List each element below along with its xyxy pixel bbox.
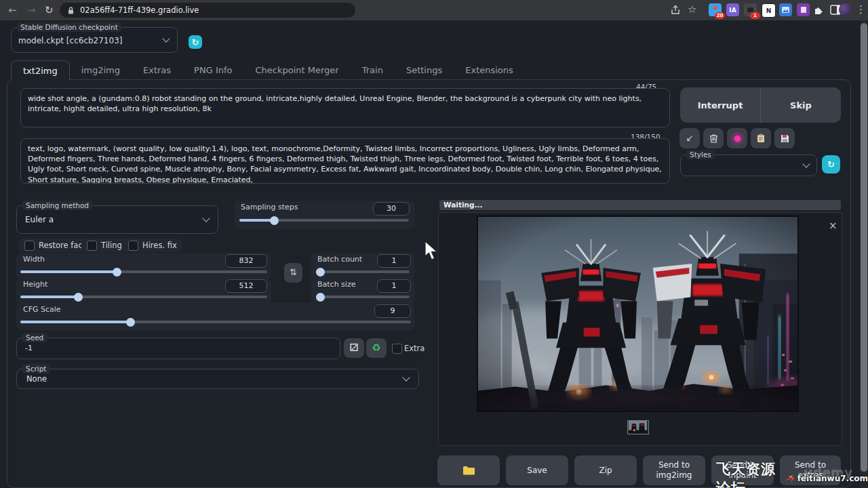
height-value[interactable]: 512 [225, 279, 267, 293]
seed-label: Seed [22, 333, 47, 342]
cfg-scale-slider[interactable] [20, 321, 411, 323]
tab-txt2img[interactable]: txt2img [11, 60, 70, 81]
batch-size-value[interactable]: 1 [377, 279, 411, 293]
sampling-steps-value[interactable]: 30 [373, 202, 410, 216]
tab-train[interactable]: Train [351, 60, 395, 79]
chevron-down-icon [802, 160, 810, 167]
send-to-img2img-button[interactable]: Send to img2img [643, 455, 705, 485]
tab-png-info[interactable]: PNG Info [182, 60, 243, 79]
seed-value: -1 [25, 344, 33, 352]
lock-icon [68, 7, 74, 14]
height-slider[interactable] [20, 296, 267, 298]
camera-badge: 1 [750, 12, 760, 19]
script-value: None [26, 374, 47, 384]
paste-params-button[interactable]: ↙ [679, 128, 700, 148]
extra-seed-label: Extra [404, 344, 425, 353]
browser-toolbar: ← → ↻ 02a56ff4-71ff-439e.gradio.live ☆ 📍… [0, 0, 868, 20]
close-gallery-icon[interactable]: × [829, 220, 837, 232]
batch-count-label: Batch count [317, 255, 362, 264]
batch-count-slider[interactable] [316, 270, 410, 273]
extra-seed-checkbox[interactable] [392, 344, 402, 354]
hires-fix-checkbox[interactable]: Hires. fix [123, 239, 182, 252]
share-icon[interactable] [670, 5, 681, 16]
sampling-method-label: Sampling method [22, 201, 92, 210]
width-group: Width 832 [16, 253, 271, 280]
skip-button[interactable]: Skip [761, 87, 841, 123]
profile-avatar[interactable] [839, 3, 852, 16]
chevron-down-icon [202, 214, 210, 222]
generated-image[interactable] [477, 216, 799, 412]
reload-icon[interactable]: ↻ [45, 3, 54, 18]
address-bar[interactable]: 02a56ff4-71ff-439e.gradio.live [60, 3, 355, 18]
random-seed-button[interactable]: ⚂ [344, 338, 364, 358]
back-icon[interactable]: ← [8, 3, 17, 18]
ext-camera-icon[interactable]: 1 [744, 3, 757, 16]
watermark-domain-text: feitianwu7.com [797, 474, 868, 483]
tab-settings[interactable]: Settings [395, 60, 454, 79]
interrupt-button[interactable]: Interrupt [680, 87, 761, 123]
watermark-cn-text: 飞天资源论坛 [716, 460, 783, 488]
tab-extensions[interactable]: Extensions [454, 60, 525, 79]
script-dropdown[interactable]: Script None [16, 369, 419, 389]
watermark-logo-icon [784, 470, 796, 487]
ext-ia-icon[interactable]: IA [726, 3, 739, 16]
trash-icon [709, 134, 718, 143]
negative-prompt-input[interactable]: text, logo, watermark, (worst quality, l… [20, 138, 670, 184]
width-label: Width [23, 255, 45, 264]
screen: ← → ↻ 02a56ff4-71ff-439e.gradio.live ☆ 📍… [0, 0, 868, 488]
cfg-scale-value[interactable]: 9 [374, 304, 411, 318]
browser-menu-icon[interactable]: ⋮ [856, 2, 866, 17]
tab-checkpoint-merger[interactable]: Checkpoint Merger [243, 60, 350, 79]
styles-dropdown[interactable]: Styles [680, 155, 817, 176]
tab-img2img[interactable]: img2img [70, 60, 132, 79]
open-folder-button[interactable] [437, 455, 500, 485]
height-group: Height 512 [16, 278, 271, 305]
folder-icon [462, 466, 475, 475]
cfg-scale-group: CFG Scale 9 [16, 303, 415, 330]
url-text: 02a56ff4-71ff-439e.gradio.live [80, 5, 199, 15]
scrollbar-thumb[interactable] [861, 23, 867, 472]
save-style-button[interactable] [774, 128, 795, 148]
refresh-styles-button[interactable]: ↻ [822, 155, 840, 174]
reuse-seed-button[interactable]: ♻ [366, 338, 387, 358]
cfg-scale-label: CFG Scale [23, 305, 61, 314]
page-scrollbar[interactable] [860, 20, 868, 488]
main-tabs: txt2img img2img Extras PNG Info Checkpoi… [11, 60, 525, 81]
extra-networks-button[interactable] [727, 128, 747, 148]
apply-style-button[interactable] [751, 128, 771, 148]
width-slider[interactable] [20, 270, 267, 273]
clipboard-icon [757, 134, 765, 143]
sampling-method-dropdown[interactable]: Sampling method Euler a [16, 205, 218, 234]
site-watermark: 飞天资源论坛 feitianwu7.com [716, 460, 868, 488]
clear-prompt-button[interactable] [703, 128, 724, 148]
interrupt-skip-group: Interrupt Skip [680, 87, 841, 123]
width-value[interactable]: 832 [225, 254, 267, 268]
gallery-thumbnail[interactable] [627, 420, 649, 434]
sampling-steps-group: Sampling steps 30 [234, 201, 415, 229]
script-label: Script [22, 364, 50, 373]
batch-size-slider[interactable] [316, 296, 410, 298]
tab-extras[interactable]: Extras [132, 60, 182, 79]
chevron-down-icon [402, 373, 410, 381]
refresh-checkpoint-button[interactable]: ↻ [189, 35, 202, 49]
prompt-input[interactable]: wide shot angle, a (gundam:0.8) robot st… [20, 88, 670, 127]
batch-count-value[interactable]: 1 [377, 254, 411, 268]
seed-input[interactable]: Seed -1 [16, 338, 340, 359]
chevron-down-icon [162, 35, 170, 42]
tiling-checkbox[interactable]: Tiling [81, 239, 127, 252]
save-button[interactable]: Save [506, 455, 568, 485]
zip-button[interactable]: Zip [574, 455, 637, 485]
swap-dimensions-button[interactable]: ⇅ [284, 263, 302, 283]
forward-icon[interactable]: → [27, 3, 36, 18]
ext-pin-icon[interactable]: 📍20 [709, 3, 722, 16]
extensions-puzzle-icon[interactable] [813, 5, 824, 16]
bookmark-star-icon[interactable]: ☆ [688, 2, 696, 17]
checkpoint-dropdown[interactable]: Stable Diffusion checkpoint model.ckpt [… [11, 27, 178, 53]
extra-networks-icon [734, 136, 741, 142]
checkpoint-label: Stable Diffusion checkpoint [17, 22, 121, 32]
thumbnail-image [628, 421, 648, 433]
ext-image-icon[interactable] [779, 3, 792, 16]
sampling-steps-slider[interactable] [239, 219, 409, 222]
ext-onenote-icon[interactable] [797, 3, 810, 16]
ext-notion-icon[interactable]: N [762, 3, 776, 18]
